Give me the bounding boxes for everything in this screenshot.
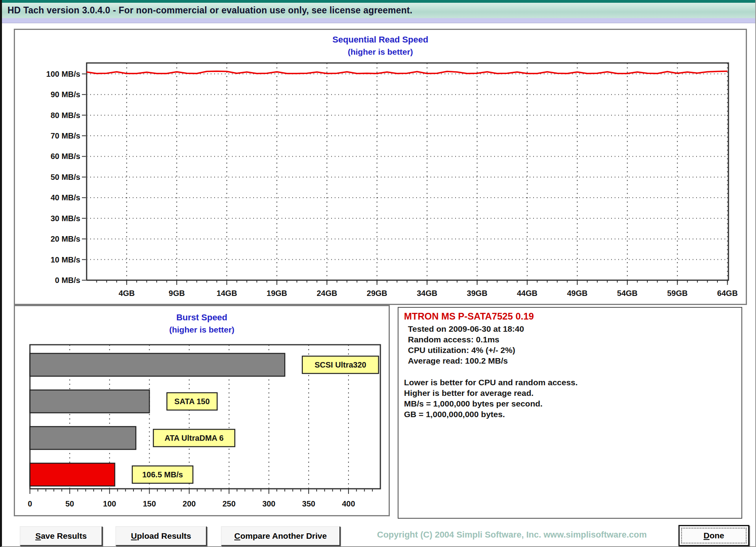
notes-block: Lower is better for CPU and random acces… xyxy=(404,377,736,419)
x-axis-tick-label: 24GB xyxy=(317,289,337,298)
window-title: HD Tach version 3.0.4.0 - For non-commer… xyxy=(2,5,412,16)
burst-bar-label: SATA 150 xyxy=(174,397,210,406)
seq-chart-subtitle: (higher is better) xyxy=(15,47,746,57)
burst-axis-label: 300 xyxy=(262,499,275,508)
read-speed-line xyxy=(87,71,728,74)
drive-name: MTRON MS P-SATA7525 0.19 xyxy=(404,311,736,322)
burst-chart-subtitle: (higher is better) xyxy=(15,325,389,334)
y-axis-tick-label: 100 MB/s xyxy=(46,70,80,78)
sequential-read-chart: 100 MB/s90 MB/s80 MB/s70 MB/s60 MB/s50 M… xyxy=(15,30,746,304)
x-axis-tick-label: 59GB xyxy=(667,289,687,298)
note-lower-better: Lower is better for CPU and random acces… xyxy=(404,377,736,388)
burst-bar xyxy=(30,427,136,449)
burst-axis-label: 150 xyxy=(143,499,156,508)
burst-axis-label: 50 xyxy=(65,499,74,508)
note-mbs-definition: MB/s = 1,000,000 bytes per second. xyxy=(404,398,736,409)
hdtach-window: HD Tach version 3.0.4.0 - For non-commer… xyxy=(0,0,756,547)
window-top-edge xyxy=(2,0,755,3)
x-axis-tick-label: 44GB xyxy=(517,289,537,298)
title-bar[interactable]: HD Tach version 3.0.4.0 - For non-commer… xyxy=(2,3,755,18)
tested-on-line: Tested on 2009-06-30 at 18:40 xyxy=(408,323,736,334)
sequential-read-panel: 100 MB/s90 MB/s80 MB/s70 MB/s60 MB/s50 M… xyxy=(14,29,747,305)
average-read-line: Average read: 100.2 MB/s xyxy=(408,355,736,366)
burst-chart-title: Burst Speed xyxy=(15,312,389,323)
x-axis-tick-label: 4GB xyxy=(119,289,135,298)
burst-speed-chart: 050100150200250300350400SCSI Ultra320SAT… xyxy=(15,306,389,515)
y-axis-tick-label: 40 MB/s xyxy=(50,193,80,202)
x-axis-tick-label: 19GB xyxy=(267,289,287,298)
y-axis-tick-label: 70 MB/s xyxy=(50,131,80,140)
burst-bar-label: SCSI Ultra320 xyxy=(315,360,366,369)
y-axis-tick-label: 0 MB/s xyxy=(55,276,80,285)
note-higher-better: Higher is better for average read. xyxy=(404,388,736,398)
done-button[interactable]: Done xyxy=(678,525,749,546)
upload-results-button[interactable]: Upload Results xyxy=(115,526,207,546)
compare-another-drive-button[interactable]: Compare Another Drive xyxy=(221,526,340,546)
random-access-line: Random access: 0.1ms xyxy=(408,334,736,345)
burst-bar-label: ATA UltraDMA 6 xyxy=(165,434,224,442)
burst-axis-label: 250 xyxy=(222,499,235,508)
x-axis-tick-label: 14GB xyxy=(217,289,237,298)
x-axis-tick-label: 54GB xyxy=(617,289,637,298)
drive-info-panel: MTRON MS P-SATA7525 0.19 Tested on 2009-… xyxy=(398,307,742,519)
y-axis-tick-label: 80 MB/s xyxy=(50,111,80,120)
y-axis-tick-label: 20 MB/s xyxy=(50,235,80,243)
y-axis-tick-label: 10 MB/s xyxy=(50,255,80,264)
burst-bar xyxy=(30,353,285,376)
burst-axis-label: 100 xyxy=(103,499,116,508)
y-axis-tick-label: 90 MB/s xyxy=(50,90,80,99)
x-axis-tick-label: 29GB xyxy=(367,289,387,298)
burst-axis-label: 0 xyxy=(28,499,32,508)
y-axis-tick-label: 30 MB/s xyxy=(50,214,80,223)
x-axis-tick-label: 39GB xyxy=(467,289,487,298)
x-axis-tick-label: 34GB xyxy=(417,289,437,298)
y-axis-tick-label: 50 MB/s xyxy=(50,173,80,181)
x-axis-tick-label: 64GB xyxy=(717,289,737,298)
done-button-label: Done xyxy=(681,528,747,543)
burst-axis-label: 400 xyxy=(342,499,355,508)
y-axis-tick-label: 60 MB/s xyxy=(50,152,80,161)
burst-axis-label: 350 xyxy=(302,499,315,508)
note-gb-definition: GB = 1,000,000,000 bytes. xyxy=(404,409,736,419)
cpu-utilization-line: CPU utilization: 4% (+/- 2%) xyxy=(408,345,736,355)
burst-speed-panel: 050100150200250300350400SCSI Ultra320SAT… xyxy=(14,305,390,516)
save-results-button[interactable]: Save Results xyxy=(20,526,102,546)
title-bar-lower-strip xyxy=(2,18,755,23)
burst-axis-label: 200 xyxy=(183,499,196,508)
plot-frame xyxy=(87,63,728,280)
x-axis-tick-label: 49GB xyxy=(567,289,587,298)
burst-bar xyxy=(30,463,115,486)
copyright-text: Copyright (C) 2004 Simpli Software, Inc.… xyxy=(356,530,667,540)
burst-bar-label: 106.5 MB/s xyxy=(142,470,183,479)
seq-chart-title: Sequential Read Speed xyxy=(15,35,746,45)
burst-bar xyxy=(30,390,149,413)
x-axis-tick-label: 9GB xyxy=(169,289,185,298)
